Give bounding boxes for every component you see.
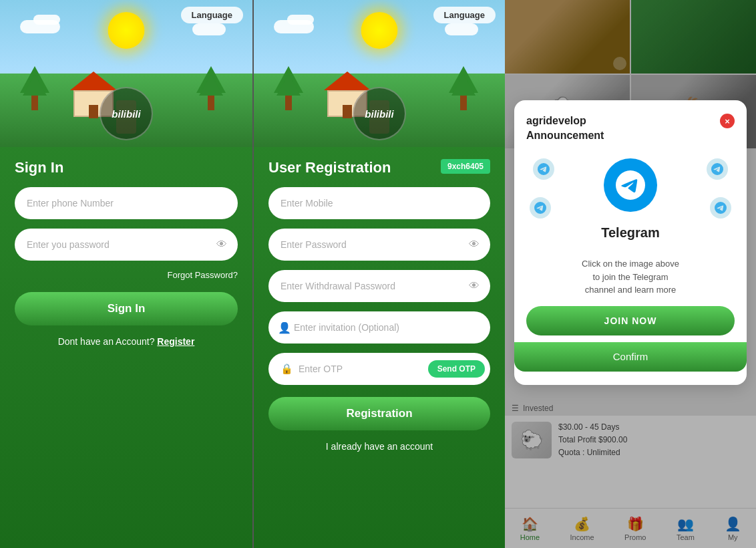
password-input[interactable]	[15, 229, 238, 261]
register-language-button[interactable]: Language	[433, 7, 496, 23]
no-account-text: Dont have an Account?	[58, 336, 155, 347]
join-now-button[interactable]: JOIN NOW	[526, 306, 735, 335]
send-otp-button[interactable]: Send OTP	[428, 360, 485, 378]
signin-title: Sign In	[15, 159, 238, 176]
tree-left	[20, 66, 49, 110]
telegram-desc: Click on the image above to join the Tel…	[526, 245, 735, 297]
invitation-input[interactable]	[268, 311, 490, 344]
reg-eye-icon[interactable]: 👁	[469, 239, 480, 251]
confirm-button[interactable]: Confirm	[514, 342, 747, 372]
signin-panel: bilibili Language Sign In 👁 Forgot Passw…	[0, 0, 252, 548]
register-header-image: bilibili Language	[254, 0, 505, 147]
signin-header-image: bilibili Language	[0, 0, 252, 147]
withdrawal-eye-icon[interactable]: 👁	[469, 280, 480, 292]
reg-logo-circle: bilibili	[353, 87, 406, 140]
float-icon-2	[707, 158, 728, 180]
register-form-area: User Registration 9xch6405 👁 👁 👤 🔒 Send …	[254, 147, 505, 548]
register-button[interactable]: Registration	[268, 397, 490, 430]
reg-logo-text: bilibili	[365, 108, 393, 120]
password-input-group: 👁	[15, 229, 238, 261]
mobile-input[interactable]	[268, 187, 490, 219]
forgot-password-link[interactable]: Forgot Password?	[15, 270, 238, 280]
float-icon-1	[533, 158, 554, 180]
reg-tree-right	[449, 66, 478, 110]
withdrawal-password-input-group: 👁	[268, 270, 490, 302]
already-account-link[interactable]: I already have an account	[268, 441, 490, 452]
app-panel: 🐑 🐐 ☰ Invested 🐑 $30.00 - 45 Days Total …	[505, 0, 756, 548]
register-link[interactable]: Register	[157, 336, 194, 347]
reg-cloud-3	[445, 23, 478, 35]
invitation-input-group: 👤	[268, 311, 490, 344]
popup-close-button[interactable]: ×	[720, 114, 735, 128]
reg-code-badge: 9xch6405	[441, 159, 490, 174]
register-sun	[361, 12, 398, 49]
otp-row: 🔒 Send OTP	[268, 353, 490, 385]
withdrawal-password-input[interactable]	[268, 270, 490, 302]
logo-text: bilibili	[112, 108, 140, 120]
otp-lock-icon: 🔒	[280, 363, 293, 375]
telegram-label: Telegram	[526, 225, 735, 241]
register-title-row: User Registration 9xch6405	[268, 159, 490, 176]
announcement-title-text: agridevelop Announcement	[526, 115, 604, 141]
telegram-icon-area[interactable]	[526, 152, 735, 219]
popup-header: agridevelop Announcement ×	[526, 114, 735, 144]
cloud-3	[192, 23, 226, 35]
phone-input-group	[15, 187, 238, 219]
signin-form-area: Sign In 👁 Forgot Password? Sign In Dont …	[0, 147, 252, 548]
telegram-main-icon[interactable]	[604, 158, 657, 212]
signin-language-button[interactable]: Language	[181, 7, 243, 23]
logo-circle: bilibili	[100, 87, 153, 140]
mobile-input-group	[268, 187, 490, 219]
float-icon-3	[530, 197, 551, 219]
reg-cloud-2	[287, 15, 314, 25]
phone-input[interactable]	[15, 187, 238, 219]
eye-icon[interactable]: 👁	[216, 239, 227, 251]
tree-right	[196, 66, 226, 110]
invitation-icon: 👤	[278, 321, 291, 334]
reg-tree-left	[274, 66, 303, 110]
reg-password-input[interactable]	[268, 229, 490, 261]
otp-input[interactable]	[299, 364, 428, 374]
signin-button[interactable]: Sign In	[15, 292, 238, 325]
cloud-2	[33, 15, 60, 25]
register-panel: bilibili Language User Registration 9xch…	[252, 0, 505, 548]
reg-password-input-group: 👁	[268, 229, 490, 261]
telegram-desc-text: Click on the image above to join the Tel…	[582, 259, 679, 295]
telegram-popup: agridevelop Announcement ×	[514, 100, 747, 385]
popup-title: agridevelop Announcement	[526, 114, 604, 144]
sun-decoration	[108, 12, 145, 49]
float-icon-4	[710, 197, 731, 219]
register-link-row: Dont have an Account? Register	[15, 336, 238, 347]
